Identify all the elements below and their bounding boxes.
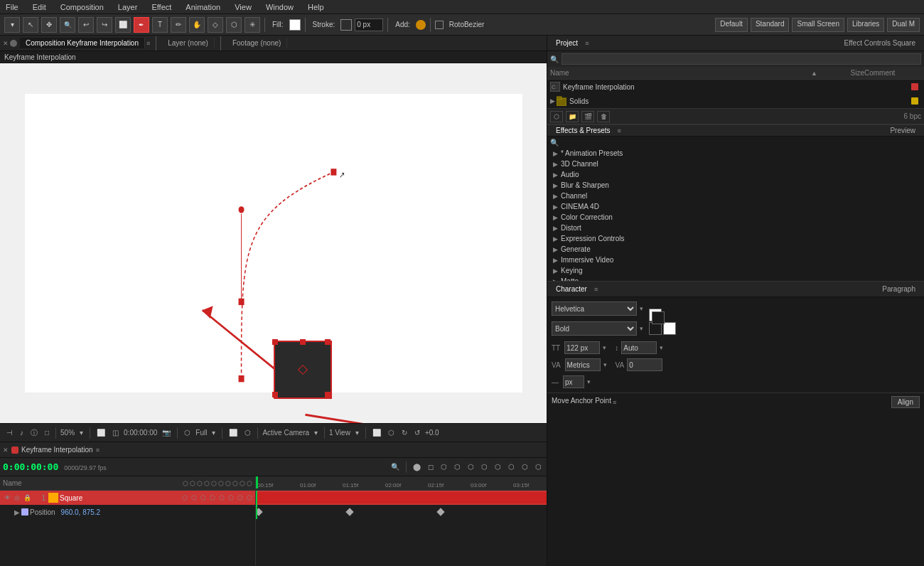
tl-ctrl10[interactable]: ⬡ [533,462,544,471]
font-family-select[interactable]: Helvetica [552,301,637,316]
layer-prop-position[interactable]: ▶ Position 960.0, 875.2 [0,505,255,519]
viewer-btn2[interactable]: ◫ [110,428,121,437]
add-button[interactable] [416,20,426,30]
tool-move[interactable]: ✥ [41,17,57,33]
comp-tab-menu[interactable]: ≡ [146,40,150,47]
cat-keying[interactable]: ▶Keying [547,265,924,276]
tool-text[interactable]: T [152,17,168,33]
switch-7[interactable]: ⬡ [236,494,245,501]
switch-2[interactable]: ⬡ [190,494,198,501]
tl-ctrl2[interactable]: ◻ [426,462,436,471]
cat-channel[interactable]: ▶Channel [547,191,924,201]
leading-dropdown[interactable]: ▾ [660,344,663,351]
viewer-audio[interactable]: ♪ [18,428,26,437]
comp-viewer[interactable]: ↗ [0,63,547,423]
solo-icon[interactable]: ◎ [13,494,21,501]
project-item-1[interactable]: ▶ Solids [547,94,924,108]
project-menu[interactable]: ≡ [585,40,589,47]
tracking-input[interactable] [627,358,662,371]
workspace-default[interactable]: Default [715,18,748,32]
menu-help[interactable]: Help [305,3,327,11]
project-tab[interactable]: Project [550,38,584,48]
camera-dropdown[interactable]: ▾ [312,428,320,437]
search-btn[interactable]: 🔍 [389,462,402,471]
tool-brush[interactable]: ✏ [171,17,186,33]
viewer-extra1[interactable]: ⬜ [370,428,383,437]
layer-name[interactable]: Square [60,494,179,502]
tl-ctrl3[interactable]: ⬡ [439,462,449,471]
viewer-extra4[interactable]: ↺ [412,428,422,437]
stroke-input[interactable] [355,18,383,31]
tl-ctrl1[interactable]: ⬤ [411,462,423,471]
extra-swatch-2[interactable] [663,322,676,335]
cat-blur[interactable]: ▶Blur & Sharpen [547,180,924,191]
workspace-libraries[interactable]: Libraries [847,18,884,32]
viewer-btn1[interactable]: ⬜ [95,428,107,437]
viewer-transport-start[interactable]: ⊣ [4,428,15,437]
switch-6[interactable]: ⬡ [227,494,235,501]
effect-controls-tab[interactable]: Effect Controls Square [839,38,921,48]
project-search-input[interactable] [562,53,921,65]
cat-immersive[interactable]: ▶Immersive Video [547,255,924,265]
tool-eraser[interactable]: ◇ [208,17,223,33]
roto-checkbox[interactable] [435,21,444,29]
menu-animation[interactable]: Animation [183,3,223,11]
font-style-select[interactable]: Bold [552,321,637,336]
kerning-select[interactable] [565,358,601,371]
cat-cinema[interactable]: ▶CINEMA 4D [547,201,924,212]
viewer-extra3[interactable]: ↻ [399,428,409,437]
tl-ctrl7[interactable]: ⬡ [493,462,503,471]
tab-composition[interactable]: Composition Keyframe Interpolation [20,38,145,48]
comp-tab-close[interactable]: ✕ [3,40,9,47]
switch-3[interactable]: ⬡ [199,494,208,501]
tool-zoom[interactable]: 🔍 [60,17,75,33]
cat-3d[interactable]: ▶3D Channel [547,159,924,169]
char-menu[interactable]: ≡ [594,286,598,293]
transparency-grid[interactable]: ⬡ [242,428,253,437]
tool-pen[interactable]: ✒ [134,17,149,33]
switch-4[interactable]: ⬡ [208,494,217,501]
align-button[interactable]: Align [891,396,920,408]
keyframe-end[interactable] [436,508,444,516]
unit-dropdown[interactable]: ▾ [587,378,591,385]
cat-distort[interactable]: ▶Distort [547,223,924,233]
lock-icon[interactable]: 🔒 [23,494,31,501]
tl-ctrl5[interactable]: ⬡ [466,462,476,471]
keyframe-mid[interactable] [345,508,353,516]
stroke-swatch[interactable] [340,19,352,31]
menu-composition[interactable]: Composition [58,3,107,11]
switch-5[interactable]: ⬡ [217,494,226,501]
menu-file[interactable]: File [3,3,21,11]
snapshot-btn[interactable]: 📷 [160,428,173,437]
tl-ctrl9[interactable]: ⬡ [520,462,530,471]
effects-tab[interactable]: Effects & Presets [550,125,616,136]
tool-rectangle[interactable]: ⬜ [115,17,131,33]
cat-expression[interactable]: ▶Expression Controls [547,233,924,244]
viewer-info[interactable]: ⓘ [28,427,40,439]
tool-puppet[interactable]: ✳ [245,17,260,33]
eye-icon[interactable]: 👁 [3,494,11,501]
tool-undo[interactable]: ↩ [78,17,94,33]
tool-redo[interactable]: ↪ [97,17,112,33]
fill-swatch[interactable] [289,19,301,31]
tl-ctrl6[interactable]: ⬡ [479,462,490,471]
workspace-standard[interactable]: Standard [751,18,790,32]
tool-clone[interactable]: ✋ [189,17,205,33]
viewer-extra2[interactable]: ⬡ [386,428,397,437]
region-of-interest[interactable]: ⬜ [227,428,240,437]
menu-window[interactable]: Window [263,3,296,11]
cat-animation[interactable]: ▶* Animation Presets [547,148,924,159]
workspace-small[interactable]: Small Screen [792,18,844,32]
unit-input[interactable] [563,375,584,388]
tl-ctrl4[interactable]: ⬡ [452,462,463,471]
tab-footage[interactable]: Footage (none) [227,38,287,48]
timeline-close[interactable]: ✕ [3,447,9,454]
character-tab[interactable]: Character [550,284,593,294]
kerning-dropdown[interactable]: ▾ [603,361,607,368]
paragraph-tab[interactable]: Paragraph [876,284,921,294]
timeline-menu[interactable]: ≡ [96,447,100,454]
workspace-dual[interactable]: Dual M [887,18,920,32]
move-anchor-menu[interactable]: ≡ [613,399,616,406]
interpret-btn[interactable]: ⬡ [550,111,563,122]
effects-menu[interactable]: ≡ [618,127,621,134]
